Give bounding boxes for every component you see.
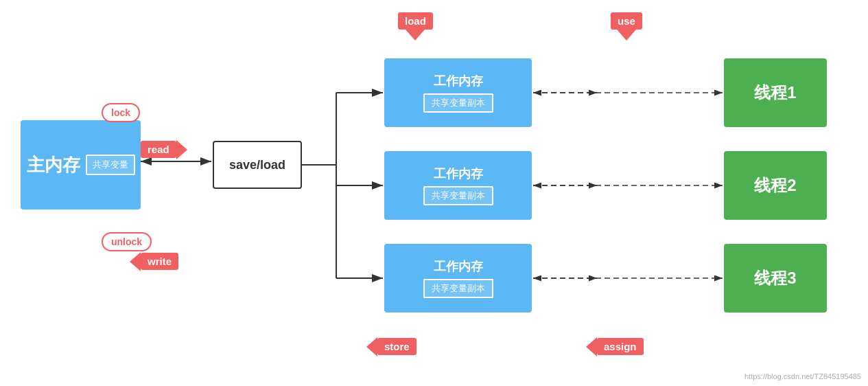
work-memory-2-label: 工作内存 [434,166,483,182]
use-arrow: use [611,12,642,30]
main-memory-box: 主内存 共享变量 [21,120,141,209]
work-memory-2: 工作内存 共享变量副本 [384,151,532,220]
read-arrow: read [141,141,176,158]
watermark: https://blog.csdn.net/TZ845195485 [744,372,861,381]
thread-2-box: 线程2 [724,151,827,220]
work-memory-1: 工作内存 共享变量副本 [384,58,532,127]
work-memory-3: 工作内存 共享变量副本 [384,244,532,313]
work-memory-3-label: 工作内存 [434,258,483,275]
lock-label: lock [102,103,140,122]
store-arrow: store [377,338,417,355]
load-arrow: load [398,12,433,30]
save-load-box: save/load [213,141,302,189]
unlock-label: unlock [102,232,152,251]
thread-3-box: 线程3 [724,244,827,313]
shared-copy-2: 共享变量副本 [423,186,493,205]
shared-copy-1: 共享变量副本 [423,93,493,113]
diagram: 主内存 共享变量 save/load 工作内存 共享变量副本 工作内存 共享变量… [0,0,868,386]
assign-arrow: assign [597,338,644,355]
thread-1-box: 线程1 [724,58,827,127]
work-memory-1-label: 工作内存 [434,73,483,89]
main-memory-label: 主内存 [27,153,80,177]
shared-copy-3: 共享变量副本 [423,279,493,298]
write-arrow: write [141,253,178,270]
shared-var-box: 共享变量 [86,155,135,175]
